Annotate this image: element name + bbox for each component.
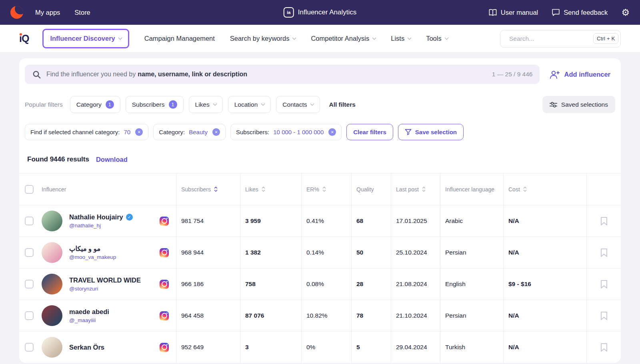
likes-cell: 758 — [240, 269, 301, 300]
column-header-bookmark — [586, 173, 621, 205]
quality-cell: 68 — [351, 205, 391, 237]
influencer-name[interactable]: مو و ميكاپ — [69, 245, 100, 253]
row-checkbox[interactable] — [25, 343, 34, 352]
remove-filter-icon[interactable]: ✕ — [328, 128, 336, 136]
influencer-search-input[interactable]: Find the influencer you need by name, us… — [25, 65, 540, 84]
app-title-group: ia Influencer Analytics — [284, 7, 356, 18]
column-header-last-post[interactable]: Last post — [391, 173, 440, 205]
table-row[interactable]: maede abedi @_maayiiii 964 458 87 076 10… — [19, 300, 621, 331]
table-row[interactable]: TRAVEL WORLD WIDE @storynzuri 966 186 75… — [19, 268, 621, 300]
remove-filter-icon[interactable]: ✕ — [212, 128, 220, 136]
sort-icon[interactable] — [523, 186, 527, 192]
quality-cell: 78 — [351, 300, 391, 331]
nav-item-competitor-analysis[interactable]: Competitor Analysis — [311, 35, 376, 42]
language-cell: Arabic — [440, 205, 503, 237]
row-checkbox[interactable] — [25, 280, 34, 288]
sort-icon[interactable] — [261, 186, 266, 192]
cost-cell: N/A — [503, 300, 586, 331]
influencer-name[interactable]: TRAVEL WORLD WIDE — [69, 276, 141, 284]
download-link[interactable]: Download — [96, 156, 128, 163]
table-row[interactable]: Nathalie Houjairy ✓ @nathalie_hj 981 754… — [19, 205, 621, 237]
influencer-name[interactable]: Serkan Örs — [69, 344, 104, 351]
filter-location-button[interactable]: Location — [228, 96, 271, 113]
avatar — [42, 337, 62, 358]
clear-filters-label: Clear filters — [353, 129, 386, 135]
column-header-cost[interactable]: Cost — [503, 173, 586, 205]
chip-value[interactable]: 70 — [124, 129, 130, 135]
save-selection-button[interactable]: Save selection — [398, 124, 464, 140]
add-influencer-button[interactable]: Add influencer — [549, 70, 615, 79]
top-bar: My apps Store ia Influencer Analytics Us… — [0, 0, 640, 25]
influencer-username[interactable]: @moo_va_makeup — [69, 254, 116, 260]
global-search-box[interactable]: Ctrl + K — [500, 30, 621, 48]
chip-value[interactable]: Beauty — [189, 129, 208, 135]
likes-cell: 1 382 — [240, 237, 301, 268]
instagram-icon — [160, 248, 169, 257]
bookmark-icon[interactable] — [600, 248, 608, 257]
bookmark-icon[interactable] — [600, 311, 608, 320]
sort-icon[interactable] — [322, 186, 326, 192]
avatar — [42, 305, 62, 326]
chip-value[interactable]: 10 000 - 1 000 000 — [273, 129, 324, 135]
nav-item-label: Tools — [426, 35, 442, 42]
settings-gear-icon[interactable]: ⚙ — [621, 8, 630, 17]
my-apps-link[interactable]: My apps — [35, 9, 60, 16]
send-feedback-label: Send feedback — [564, 9, 608, 16]
instagram-icon — [160, 311, 169, 320]
nav-item-influencer-discovery[interactable]: Influencer Discovery — [42, 29, 129, 48]
store-link[interactable]: Store — [74, 9, 90, 16]
column-header-subscribers[interactable]: Subscribers — [176, 173, 240, 205]
remove-filter-icon[interactable]: ✕ — [135, 128, 143, 136]
row-checkbox[interactable] — [25, 248, 34, 257]
quality-cell: 28 — [351, 269, 391, 300]
chevron-down-icon — [408, 36, 412, 40]
filter-contacts-button[interactable]: Contacts — [276, 96, 320, 113]
results-count: Found 9446 results — [27, 155, 89, 163]
select-all-checkbox[interactable] — [25, 185, 34, 194]
influencer-name[interactable]: maede abedi — [69, 308, 109, 316]
filter-likes-button[interactable]: Likes — [189, 96, 223, 113]
filter-label: Category — [76, 101, 102, 108]
table-row[interactable]: Serkan Örs 952 649 3 0% 5 29.04.2024 Tur… — [19, 331, 621, 363]
save-selection-label: Save selection — [415, 129, 457, 135]
saved-selections-button[interactable]: Saved selections — [542, 96, 615, 113]
influencer-username[interactable]: @_maayiiii — [69, 317, 109, 323]
influencer-username[interactable]: @storynzuri — [69, 286, 141, 292]
filter-label: Subscribers — [132, 101, 165, 108]
all-filters-button[interactable]: All filters — [325, 96, 359, 113]
bookmark-icon[interactable] — [600, 217, 608, 226]
influencer-name[interactable]: Nathalie Houjairy — [69, 213, 123, 221]
send-feedback-button[interactable]: Send feedback — [552, 8, 608, 16]
nav-item-tools[interactable]: Tools — [426, 35, 448, 42]
chip-label: Subscribers: — [236, 129, 269, 135]
filter-label: Likes — [195, 101, 210, 108]
last-post-cell: 29.04.2024 — [391, 332, 440, 363]
nav-item-lists[interactable]: Lists — [391, 35, 411, 42]
bookmark-icon[interactable] — [600, 343, 608, 352]
table-row[interactable]: مو و ميكاپ @moo_va_makeup 968 944 1 382 … — [19, 237, 621, 268]
sort-icon[interactable] — [214, 186, 218, 192]
global-search-input[interactable] — [509, 35, 589, 42]
influencer-username[interactable]: @nathalie_hj — [69, 223, 133, 229]
sort-icon[interactable] — [422, 186, 426, 192]
er-cell: 10.82% — [301, 300, 351, 331]
filter-count-badge: 1 — [106, 100, 114, 109]
filter-category-button[interactable]: Category 1 — [70, 96, 120, 113]
clear-filters-button[interactable]: Clear filters — [346, 124, 393, 140]
nav-item-campaign-management[interactable]: Campaign Management — [144, 35, 215, 42]
sliders-icon — [550, 101, 557, 108]
er-cell: 0.14% — [301, 237, 351, 268]
row-checkbox[interactable] — [25, 217, 34, 225]
column-header-er[interactable]: ER% — [301, 173, 351, 205]
nav-logo[interactable]: iQ — [19, 33, 29, 44]
app-title: Influencer Analytics — [298, 8, 356, 16]
brand-logo-icon[interactable] — [10, 6, 23, 19]
column-header-likes[interactable]: Likes — [240, 173, 301, 205]
user-manual-button[interactable]: User manual — [488, 9, 538, 16]
bookmark-icon[interactable] — [600, 280, 608, 289]
filter-subscribers-button[interactable]: Subscribers 1 — [126, 96, 184, 113]
book-icon — [488, 9, 497, 16]
nav-item-search-by-keywords[interactable]: Search by keywords — [230, 35, 296, 42]
last-post-cell: 21.10.2024 — [391, 300, 440, 331]
row-checkbox[interactable] — [25, 311, 34, 320]
